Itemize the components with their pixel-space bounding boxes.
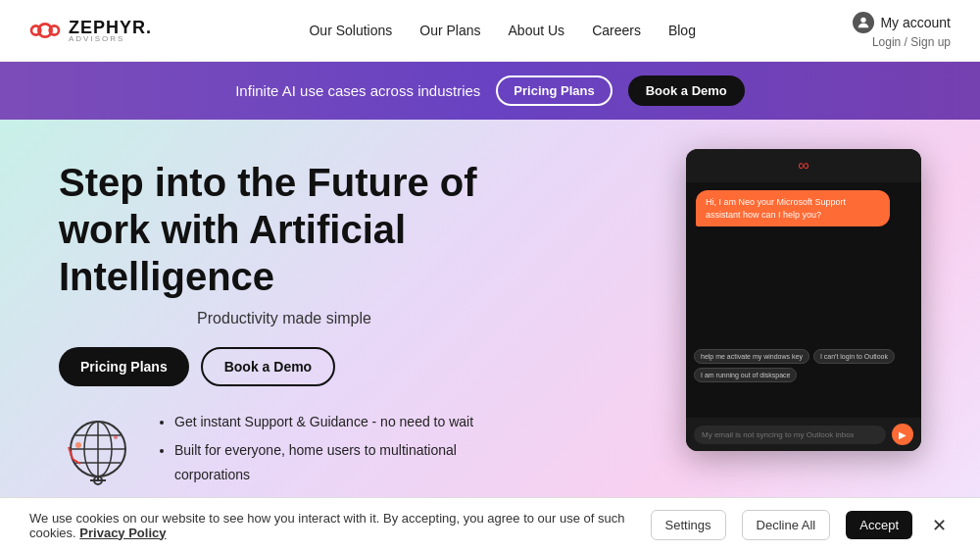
- cookie-decline-button[interactable]: Decline All: [742, 510, 831, 540]
- svg-point-2: [861, 18, 866, 23]
- chat-greeting: Hi, I am Neo your Microsoft Support assi…: [696, 190, 890, 226]
- hero-pricing-button[interactable]: Pricing Plans: [59, 347, 189, 386]
- signup-link[interactable]: Sign up: [910, 35, 951, 49]
- banner-pricing-button[interactable]: Pricing Plans: [496, 75, 612, 106]
- privacy-policy-link[interactable]: Privacy Policy: [79, 526, 166, 540]
- nav-about[interactable]: About Us: [509, 23, 565, 38]
- header: ZEPHYR. ADVISORS Our Solutions Our Plans…: [0, 0, 980, 62]
- header-right: My account Login / Sign up: [853, 12, 951, 49]
- chat-message-area: Hi, I am Neo your Microsoft Support assi…: [686, 182, 921, 418]
- nav-solutions[interactable]: Our Solutions: [309, 23, 392, 38]
- chat-quick-btn-3[interactable]: I am running out of diskspace: [694, 368, 797, 382]
- nav-plans[interactable]: Our Plans: [419, 23, 480, 38]
- svg-point-15: [114, 435, 118, 439]
- hero-buttons: Pricing Plans Book a Demo: [59, 347, 510, 386]
- chat-input-area: ▶: [686, 418, 921, 451]
- chat-header: ∞: [686, 149, 921, 182]
- chat-quick-buttons: help me activate my windows key I can't …: [694, 349, 913, 382]
- login-link[interactable]: Login: [872, 35, 901, 49]
- hero-title: Step into the Future of work with Artifi…: [59, 159, 510, 300]
- my-account-label: My account: [880, 15, 951, 30]
- chat-window: ∞ Hi, I am Neo your Microsoft Support as…: [686, 149, 921, 451]
- globe-icon: [59, 410, 137, 488]
- hero-section: Step into the Future of work with Artifi…: [0, 120, 980, 552]
- feature-2: Built for everyone, home users to multin…: [174, 438, 510, 487]
- svg-point-14: [75, 442, 81, 448]
- chat-quick-btn-2[interactable]: I can't login to Outlook: [813, 349, 895, 364]
- account-icon: [853, 12, 874, 33]
- chat-quick-btn-1[interactable]: help me activate my windows key: [694, 349, 809, 364]
- hero-content: Step into the Future of work with Artifi…: [59, 149, 510, 552]
- main-nav: Our Solutions Our Plans About Us Careers…: [309, 23, 696, 38]
- nav-careers[interactable]: Careers: [592, 23, 641, 38]
- logo-icon: [29, 20, 61, 41]
- cookie-text: We use cookies on our website to see how…: [29, 511, 635, 540]
- feature-1: Get instant Support & Guidance - no need…: [174, 410, 510, 434]
- cookie-close-button[interactable]: ✕: [928, 515, 951, 536]
- chat-widget: ∞ Hi, I am Neo your Microsoft Support as…: [686, 149, 921, 451]
- auth-links: Login / Sign up: [872, 35, 951, 49]
- chat-send-button[interactable]: ▶: [892, 424, 913, 445]
- cookie-settings-button[interactable]: Settings: [651, 510, 726, 540]
- logo[interactable]: ZEPHYR. ADVISORS: [29, 18, 152, 43]
- my-account-button[interactable]: My account: [853, 12, 951, 33]
- banner-text: Infinite AI use cases across industries: [235, 82, 480, 99]
- chat-logo-icon: ∞: [798, 157, 808, 175]
- promo-banner: Infinite AI use cases across industries …: [0, 62, 980, 120]
- nav-blog[interactable]: Blog: [668, 23, 696, 38]
- cookie-accept-button[interactable]: Accept: [846, 511, 912, 539]
- banner-demo-button[interactable]: Book a Demo: [628, 75, 745, 106]
- chat-input[interactable]: [694, 426, 886, 444]
- hero-demo-button[interactable]: Book a Demo: [201, 347, 335, 386]
- hero-subtitle: Productivity made simple: [59, 310, 510, 327]
- cookie-banner: We use cookies on our website to see how…: [0, 497, 980, 552]
